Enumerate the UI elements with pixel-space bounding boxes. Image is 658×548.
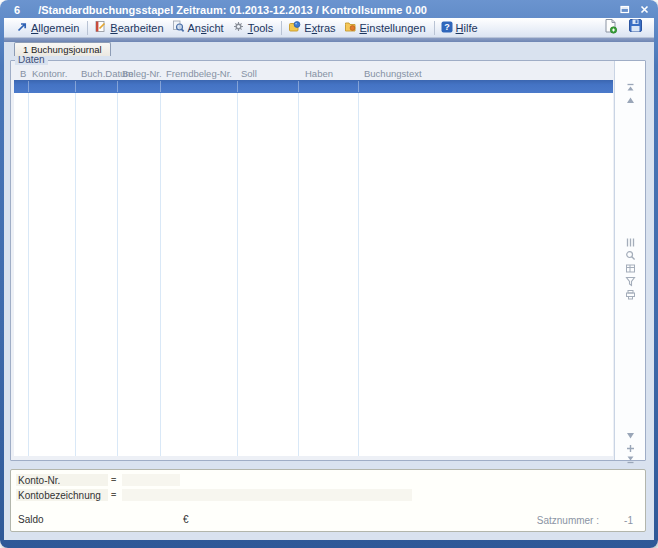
export-document-icon [603, 18, 618, 38]
menu-hilfe[interactable]: ? Hilfe [438, 20, 483, 36]
scroll-to-bottom-icon [626, 450, 635, 468]
export-document-button[interactable] [602, 20, 618, 36]
save-button[interactable] [627, 20, 643, 36]
daten-groupbox: B Kontonr. Buch.Datum Beleg-Nr. Fremdbel… [10, 60, 646, 461]
selected-row[interactable] [14, 80, 613, 93]
menu-extras[interactable]: Extras [285, 19, 340, 36]
close-button[interactable] [638, 4, 650, 16]
titlebar: 6 /Standardbuchungsstapel Zeitraum: 01.2… [6, 2, 650, 17]
column-header-fremdbelegnr[interactable]: Fremdbeleg-Nr. [166, 68, 232, 79]
ansicht-icon [172, 20, 185, 35]
extras-icon [288, 20, 301, 35]
scroll-up-button[interactable] [624, 94, 637, 105]
print-button[interactable] [624, 289, 637, 300]
saldo-label: Saldo [18, 514, 44, 525]
restore-icon [620, 4, 630, 16]
konto-nr-field[interactable] [122, 474, 180, 486]
grid-header-row: B Kontonr. Buch.Datum Beleg-Nr. Fremdbel… [14, 67, 613, 80]
menu-separator [434, 21, 435, 35]
grid-body[interactable] [14, 93, 613, 456]
column-header-kontonr[interactable]: Kontonr. [32, 68, 67, 79]
grid-side-panel [614, 61, 645, 460]
close-icon [640, 4, 649, 16]
app-window: 6 /Standardbuchungsstapel Zeitraum: 01.2… [0, 0, 658, 548]
menu-tools[interactable]: Tools [229, 19, 279, 36]
satznummer-value: -1 [624, 515, 633, 526]
currency-symbol: € [183, 514, 189, 525]
column-header-haben[interactable]: Haben [305, 68, 333, 79]
kontobezeichnung-equals-marker: = [111, 490, 116, 500]
menu-allgemein[interactable]: Allgemein [13, 20, 84, 36]
satznummer-label: Satznummer : [537, 515, 599, 526]
einstellungen-icon [344, 20, 357, 35]
menu-bar: Allgemein Bearbeiten Ansicht Tools [4, 18, 654, 38]
column-header-belegnr[interactable]: Beleg-Nr. [122, 68, 162, 79]
kontobezeichnung-label: Kontobezeichnung [16, 489, 108, 501]
menu-bearbeiten[interactable]: Bearbeiten [91, 19, 168, 36]
menu-ansicht[interactable]: Ansicht [169, 19, 229, 36]
tab-buchungsjournal[interactable]: 1 Buchungsjournal [14, 42, 111, 56]
kontobezeichnung-field[interactable] [122, 489, 412, 501]
hilfe-icon: ? [441, 21, 453, 35]
menu-separator [281, 21, 282, 35]
konto-nr-label: Konto-Nr. [16, 474, 108, 486]
allgemein-icon [16, 21, 28, 35]
column-header-soll[interactable]: Soll [241, 68, 257, 79]
menu-einstellungen[interactable]: Einstellungen [341, 19, 431, 36]
window-number: 6 [14, 4, 20, 16]
bearbeiten-icon [94, 20, 107, 35]
journal-grid: B Kontonr. Buch.Datum Beleg-Nr. Fremdbel… [14, 67, 613, 456]
konto-nr-equals-marker: = [111, 475, 116, 485]
tools-icon [232, 20, 245, 35]
scroll-to-bottom-button[interactable] [624, 453, 637, 464]
scroll-up-icon [626, 91, 635, 109]
column-header-b[interactable]: B [20, 68, 26, 79]
menu-separator [87, 21, 88, 35]
restore-button[interactable] [619, 4, 631, 16]
svg-text:?: ? [444, 22, 450, 32]
window-title: /Standardbuchungsstapel Zeitraum: 01.201… [38, 4, 427, 16]
print-icon [625, 286, 636, 304]
column-header-buchungstext[interactable]: Buchungstext [364, 68, 422, 79]
save-icon [628, 18, 643, 37]
account-detail-panel: Konto-Nr. = Kontobezeichnung = Saldo € S… [10, 469, 646, 532]
